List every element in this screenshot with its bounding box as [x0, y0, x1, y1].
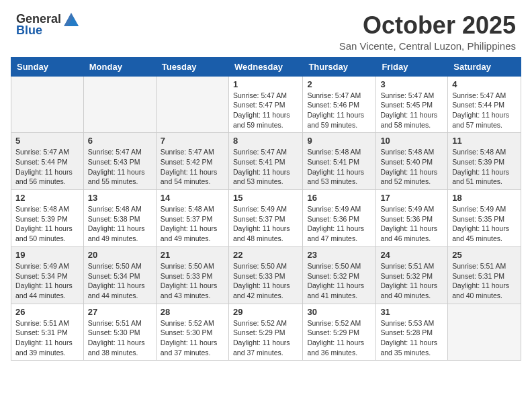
calendar-cell: 18Sunrise: 5:49 AMSunset: 5:35 PMDayligh…	[448, 190, 521, 247]
logo-icon	[64, 13, 79, 26]
calendar-week-row-5: 26Sunrise: 5:51 AMSunset: 5:31 PMDayligh…	[11, 304, 521, 361]
calendar-week-row-1: 1Sunrise: 5:47 AMSunset: 5:47 PMDaylight…	[11, 76, 521, 133]
col-monday: Monday	[83, 57, 156, 76]
day-number: 28	[161, 307, 224, 317]
calendar-cell: 29Sunrise: 5:52 AMSunset: 5:29 PMDayligh…	[228, 304, 302, 361]
day-info: Sunrise: 5:48 AMSunset: 5:39 PMDaylight:…	[15, 204, 79, 244]
day-number: 14	[161, 193, 224, 203]
day-info: Sunrise: 5:52 AMSunset: 5:29 PMDaylight:…	[307, 318, 371, 358]
day-number: 21	[161, 250, 224, 260]
calendar-cell: 28Sunrise: 5:52 AMSunset: 5:30 PMDayligh…	[156, 304, 228, 361]
calendar-cell: 23Sunrise: 5:50 AMSunset: 5:32 PMDayligh…	[303, 246, 376, 304]
day-info: Sunrise: 5:49 AMSunset: 5:36 PMDaylight:…	[307, 204, 371, 244]
day-number: 1	[233, 79, 298, 89]
day-info: Sunrise: 5:50 AMSunset: 5:33 PMDaylight:…	[161, 261, 224, 301]
day-number: 24	[380, 250, 443, 260]
col-thursday: Thursday	[303, 57, 376, 76]
day-info: Sunrise: 5:47 AMSunset: 5:42 PMDaylight:…	[161, 147, 224, 187]
day-info: Sunrise: 5:47 AMSunset: 5:43 PMDaylight:…	[88, 147, 152, 187]
calendar-cell: 26Sunrise: 5:51 AMSunset: 5:31 PMDayligh…	[11, 304, 84, 361]
calendar-cell: 2Sunrise: 5:47 AMSunset: 5:46 PMDaylight…	[303, 76, 376, 133]
day-number: 22	[233, 250, 298, 260]
day-info: Sunrise: 5:48 AMSunset: 5:37 PMDaylight:…	[161, 204, 224, 244]
calendar-table: Sunday Monday Tuesday Wednesday Thursday…	[11, 57, 521, 361]
col-tuesday: Tuesday	[156, 57, 228, 76]
day-info: Sunrise: 5:50 AMSunset: 5:33 PMDaylight:…	[233, 261, 298, 301]
page-header: General Blue October 2025 San Vicente, C…	[0, 0, 532, 57]
calendar-cell: 7Sunrise: 5:47 AMSunset: 5:42 PMDaylight…	[156, 133, 228, 190]
day-number: 19	[15, 250, 79, 260]
day-info: Sunrise: 5:47 AMSunset: 5:44 PMDaylight:…	[15, 147, 79, 187]
logo-blue: Blue	[16, 24, 42, 38]
day-number: 25	[452, 250, 517, 260]
day-number: 11	[452, 136, 517, 146]
day-info: Sunrise: 5:47 AMSunset: 5:44 PMDaylight:…	[452, 91, 517, 130]
day-info: Sunrise: 5:48 AMSunset: 5:38 PMDaylight:…	[88, 204, 152, 244]
day-info: Sunrise: 5:47 AMSunset: 5:45 PMDaylight:…	[380, 91, 443, 130]
day-number: 16	[307, 193, 371, 203]
calendar-cell: 24Sunrise: 5:51 AMSunset: 5:32 PMDayligh…	[376, 246, 448, 304]
day-number: 12	[15, 193, 79, 203]
day-info: Sunrise: 5:53 AMSunset: 5:28 PMDaylight:…	[380, 318, 443, 358]
month-title: October 2025	[339, 12, 516, 39]
calendar-cell: 20Sunrise: 5:50 AMSunset: 5:34 PMDayligh…	[83, 246, 156, 304]
calendar-week-row-2: 5Sunrise: 5:47 AMSunset: 5:44 PMDaylight…	[11, 133, 521, 190]
day-number: 23	[307, 250, 371, 260]
day-number: 3	[380, 79, 443, 89]
day-info: Sunrise: 5:47 AMSunset: 5:41 PMDaylight:…	[233, 147, 298, 187]
day-number: 13	[88, 193, 152, 203]
calendar-cell: 5Sunrise: 5:47 AMSunset: 5:44 PMDaylight…	[11, 133, 84, 190]
calendar-cell: 6Sunrise: 5:47 AMSunset: 5:43 PMDaylight…	[83, 133, 156, 190]
day-info: Sunrise: 5:49 AMSunset: 5:35 PMDaylight:…	[452, 204, 517, 244]
day-number: 20	[88, 250, 152, 260]
calendar-cell: 16Sunrise: 5:49 AMSunset: 5:36 PMDayligh…	[303, 190, 376, 247]
col-saturday: Saturday	[448, 57, 521, 76]
day-number: 2	[307, 79, 371, 89]
calendar-cell: 3Sunrise: 5:47 AMSunset: 5:45 PMDaylight…	[376, 76, 448, 133]
day-info: Sunrise: 5:49 AMSunset: 5:36 PMDaylight:…	[380, 204, 443, 244]
day-info: Sunrise: 5:51 AMSunset: 5:31 PMDaylight:…	[452, 261, 517, 301]
day-info: Sunrise: 5:52 AMSunset: 5:30 PMDaylight:…	[161, 318, 224, 358]
day-number: 30	[307, 307, 371, 317]
calendar-week-row-4: 19Sunrise: 5:49 AMSunset: 5:34 PMDayligh…	[11, 246, 521, 304]
calendar-cell: 30Sunrise: 5:52 AMSunset: 5:29 PMDayligh…	[303, 304, 376, 361]
calendar-wrapper: Sunday Monday Tuesday Wednesday Thursday…	[0, 57, 532, 372]
calendar-cell: 10Sunrise: 5:48 AMSunset: 5:40 PMDayligh…	[376, 133, 448, 190]
day-info: Sunrise: 5:47 AMSunset: 5:47 PMDaylight:…	[233, 91, 298, 130]
calendar-cell: 21Sunrise: 5:50 AMSunset: 5:33 PMDayligh…	[156, 246, 228, 304]
location-subtitle: San Vicente, Central Luzon, Philippines	[339, 40, 516, 52]
calendar-cell: 13Sunrise: 5:48 AMSunset: 5:38 PMDayligh…	[83, 190, 156, 247]
day-number: 31	[380, 307, 443, 317]
day-number: 9	[307, 136, 371, 146]
calendar-cell	[11, 76, 84, 133]
col-friday: Friday	[376, 57, 448, 76]
day-number: 29	[233, 307, 298, 317]
calendar-header-row: Sunday Monday Tuesday Wednesday Thursday…	[11, 57, 521, 76]
calendar-cell	[83, 76, 156, 133]
calendar-cell: 15Sunrise: 5:49 AMSunset: 5:37 PMDayligh…	[228, 190, 302, 247]
day-info: Sunrise: 5:51 AMSunset: 5:31 PMDaylight:…	[15, 318, 79, 358]
day-number: 4	[452, 79, 517, 89]
calendar-cell: 19Sunrise: 5:49 AMSunset: 5:34 PMDayligh…	[11, 246, 84, 304]
calendar-cell: 22Sunrise: 5:50 AMSunset: 5:33 PMDayligh…	[228, 246, 302, 304]
day-info: Sunrise: 5:51 AMSunset: 5:30 PMDaylight:…	[88, 318, 152, 358]
calendar-cell: 9Sunrise: 5:48 AMSunset: 5:41 PMDaylight…	[303, 133, 376, 190]
day-info: Sunrise: 5:51 AMSunset: 5:32 PMDaylight:…	[380, 261, 443, 301]
day-number: 15	[233, 193, 298, 203]
logo: General Blue	[16, 12, 79, 38]
day-number: 6	[88, 136, 152, 146]
calendar-cell: 11Sunrise: 5:48 AMSunset: 5:39 PMDayligh…	[448, 133, 521, 190]
day-info: Sunrise: 5:50 AMSunset: 5:32 PMDaylight:…	[307, 261, 371, 301]
calendar-cell: 1Sunrise: 5:47 AMSunset: 5:47 PMDaylight…	[228, 76, 302, 133]
day-info: Sunrise: 5:48 AMSunset: 5:39 PMDaylight:…	[452, 147, 517, 187]
calendar-cell: 17Sunrise: 5:49 AMSunset: 5:36 PMDayligh…	[376, 190, 448, 247]
calendar-cell: 27Sunrise: 5:51 AMSunset: 5:30 PMDayligh…	[83, 304, 156, 361]
calendar-cell: 4Sunrise: 5:47 AMSunset: 5:44 PMDaylight…	[448, 76, 521, 133]
day-number: 5	[15, 136, 79, 146]
day-number: 18	[452, 193, 517, 203]
day-info: Sunrise: 5:48 AMSunset: 5:40 PMDaylight:…	[380, 147, 443, 187]
day-info: Sunrise: 5:49 AMSunset: 5:34 PMDaylight:…	[15, 261, 79, 301]
calendar-cell: 31Sunrise: 5:53 AMSunset: 5:28 PMDayligh…	[376, 304, 448, 361]
day-info: Sunrise: 5:50 AMSunset: 5:34 PMDaylight:…	[88, 261, 152, 301]
day-number: 17	[380, 193, 443, 203]
